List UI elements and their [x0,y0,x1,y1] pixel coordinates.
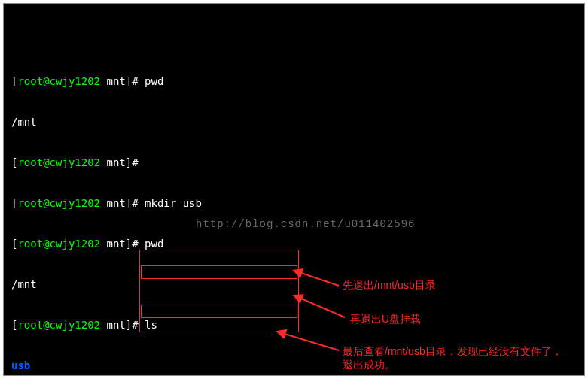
terminal-line: [root@cwjy1202 mnt]# mkdir usb [11,196,577,210]
annotation-3: 最后查看/mnt/usb目录，发现已经没有文件了， 退出成功。 [343,344,562,371]
terminal-line: [root@cwjy1202 mnt]# pwd [11,74,577,88]
terminal-line: [root@cwjy1202 mnt]# [11,156,577,169]
terminal-output: /mnt [11,277,577,291]
annotation-1: 先退出/mnt/usb目录 [343,278,436,292]
terminal-output: /mnt [11,115,577,129]
terminal-line: [root@cwjy1202 mnt]# pwd [11,237,577,250]
annotation-2: 再退出U盘挂载 [350,312,421,326]
terminal-window[interactable]: [root@cwjy1202 mnt]# pwd /mnt [root@cwjy… [3,3,585,376]
watermark-text: http://blog.csdn.net/u011402596 [196,218,415,230]
terminal-line: [root@cwjy1202 mnt]# ls [11,318,577,332]
